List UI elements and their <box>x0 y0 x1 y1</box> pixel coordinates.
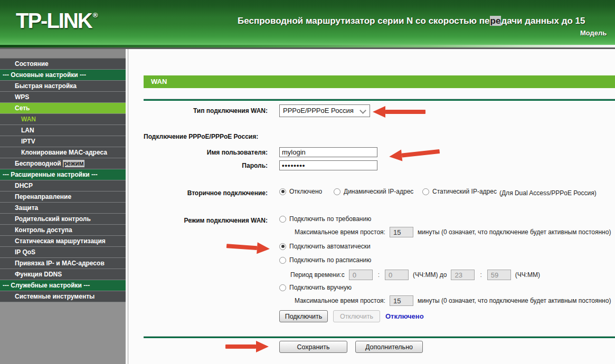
sidebar-item-wps[interactable]: WPS <box>0 92 126 103</box>
sidebar-item-iptv[interactable]: IPTV <box>0 136 126 147</box>
idle-time-label: Максимальное время простоя: <box>295 228 385 236</box>
divider <box>144 99 615 101</box>
radio-secondary-static-ip[interactable]: Статический IP-адрес <box>422 188 497 195</box>
sidebar-item-quick-setup[interactable]: Быстрая настройка <box>0 81 126 92</box>
sidebar-item-label: Контроль доступа <box>15 226 72 234</box>
sidebar-item-label: LAN <box>21 127 34 134</box>
arrow-head-icon <box>373 106 385 118</box>
password-label: Пароль: <box>128 162 268 169</box>
arrow-head-icon <box>257 242 270 255</box>
sidebar-item-ip-mac-binding[interactable]: Привязка IP- и MAC-адресов <box>0 258 126 269</box>
sidebar-item-label: Функция DDNS <box>15 271 62 278</box>
radio-label: Отключено <box>289 188 322 195</box>
sidebar-section-basic-settings: --- Основные настройки --- <box>0 70 126 81</box>
sidebar-item-ip-qos[interactable]: IP QoS <box>0 247 126 258</box>
sidebar-item-label: Родительский контроль <box>15 215 91 223</box>
radio-button-icon[interactable] <box>279 188 286 195</box>
period-to-hour-input[interactable] <box>451 270 475 280</box>
radio-label: Подключить по требованию <box>289 215 371 223</box>
advanced-button[interactable]: Дополнительно <box>355 341 423 353</box>
sidebar-section-maintenance: --- Служебные настройки --- <box>0 280 126 291</box>
connect-button[interactable]: Подключить <box>279 310 328 322</box>
sidebar-item-status[interactable]: Состояние <box>0 59 126 70</box>
idle-time-label: Максимальное время простоя: <box>295 297 385 304</box>
radio-button-icon[interactable] <box>279 257 286 264</box>
sidebar-item-network[interactable]: Сеть <box>0 103 126 114</box>
sidebar-item-parental-control[interactable]: Родительский контроль <box>0 214 126 225</box>
period-from-minute-input[interactable] <box>385 270 409 280</box>
sidebar-section-label: --- Основные настройки --- <box>3 71 86 79</box>
annotation-arrow-wan-type <box>373 106 425 118</box>
radio-label: Динамический IP-адрес <box>344 188 413 195</box>
radio-connect-on-demand[interactable]: Подключить по требованию <box>279 215 371 223</box>
radio-label: Подключить вручную <box>289 284 352 291</box>
sidebar-item-label: Сеть <box>15 104 30 112</box>
idle-time-input-1[interactable] <box>390 227 413 237</box>
model-label: Модель <box>580 29 607 37</box>
period-format-to-label: (ЧЧ:ММ) до <box>413 271 447 279</box>
sidebar-item-system-tools[interactable]: Системные инструменты <box>0 291 126 302</box>
sidebar-item-lan[interactable]: LAN <box>0 125 126 136</box>
radio-button-icon[interactable] <box>279 243 286 250</box>
radio-connect-automatically[interactable]: Подключить автоматически <box>279 243 371 250</box>
logo-text: TP-LINK <box>16 9 92 32</box>
time-period-label: Период времени:с <box>290 271 345 279</box>
sidebar-spacer <box>0 49 126 59</box>
sidebar-item-security[interactable]: Защита <box>0 203 126 214</box>
username-input[interactable] <box>279 147 377 157</box>
connection-buttons-row: Подключить Отключить Отключено <box>279 310 424 322</box>
chevron-down-icon <box>359 107 366 114</box>
radio-button-icon[interactable] <box>279 284 286 291</box>
sidebar-item-static-routing[interactable]: Статическая маршрутизация <box>0 236 126 247</box>
radio-button-icon[interactable] <box>334 188 340 195</box>
password-input[interactable] <box>279 160 377 170</box>
radio-button-icon[interactable] <box>279 216 286 223</box>
radio-connect-manually[interactable]: Подключить вручную <box>279 284 352 291</box>
radio-secondary-disabled[interactable]: Отключено <box>279 188 322 195</box>
wan-type-select[interactable]: PPPoE/PPPoE Россия <box>279 104 370 117</box>
sidebar-item-label: Привязка IP- и MAC-адресов <box>15 260 105 267</box>
username-label: Имя пользователя: <box>128 149 268 156</box>
sidebar-item-access-control[interactable]: Контроль доступа <box>0 225 126 236</box>
sidebar-item-label: WPS <box>15 93 29 101</box>
sidebar-item-ddns[interactable]: Функция DDNS <box>0 269 126 280</box>
arrow-head-icon <box>389 150 402 162</box>
sidebar-item-wireless[interactable]: Беспроводной режим <box>0 158 126 169</box>
radio-label: Статический IP-адрес <box>432 188 497 195</box>
sidebar-item-label: Статическая маршрутизация <box>15 237 106 245</box>
radio-button-icon[interactable] <box>422 188 429 195</box>
sidebar-item-label: IPTV <box>21 138 35 145</box>
colon-separator: : <box>480 271 481 279</box>
period-format-label: (ЧЧ:ММ) <box>515 271 540 279</box>
pppoe-section-label: Подключение PPPoE/PPPoE Россия: <box>144 133 258 140</box>
radio-secondary-dynamic-ip[interactable]: Динамический IP-адрес <box>334 188 413 195</box>
sidebar-item-label: Быстрая настройка <box>15 82 77 90</box>
sidebar-item-label: DHCP <box>15 182 33 189</box>
arrow-shaft <box>385 110 425 114</box>
sidebar-item-forwarding[interactable]: Перенаправление <box>0 191 126 203</box>
registered-mark: ® <box>93 11 98 19</box>
period-from-hour-input[interactable] <box>349 270 373 280</box>
sidebar-item-wan[interactable]: WAN <box>0 114 126 125</box>
connection-status-text: Отключено <box>385 312 424 320</box>
secondary-connection-label: Вторичное подключение: <box>128 189 268 197</box>
period-to-minute-input[interactable] <box>487 270 511 280</box>
sidebar-item-label: Беспроводной <box>15 160 63 167</box>
radio-connect-on-schedule[interactable]: Подключить по расписанию <box>279 256 371 264</box>
idle-time-input-2[interactable] <box>390 295 413 306</box>
page-title-bar: WAN <box>144 75 615 88</box>
arrow-shaft <box>402 149 440 157</box>
annotation-arrow-auto-connect <box>226 240 270 255</box>
save-button[interactable]: Сохранить <box>279 341 347 353</box>
disconnect-button: Отключить <box>333 310 380 322</box>
sidebar-item-mac-clone[interactable]: Клонирование MAC-адреса <box>0 147 126 158</box>
router-admin-page: TP-LINK® Беспроводной маршрутизатор сери… <box>0 0 615 364</box>
wan-type-label: Тип подключения WAN: <box>128 107 268 114</box>
sidebar-section-label: --- Служебные настройки --- <box>3 282 90 289</box>
sidebar-item-dhcp[interactable]: DHCP <box>0 180 126 191</box>
wan-type-selected-value: PPPoE/PPPoE Россия <box>283 107 354 114</box>
arrow-shaft <box>226 244 257 250</box>
header-title-post: дачи данных до 15 <box>501 16 585 26</box>
radio-label: Подключить автоматически <box>289 243 371 250</box>
header: TP-LINK® Беспроводной маршрутизатор сери… <box>0 0 615 45</box>
